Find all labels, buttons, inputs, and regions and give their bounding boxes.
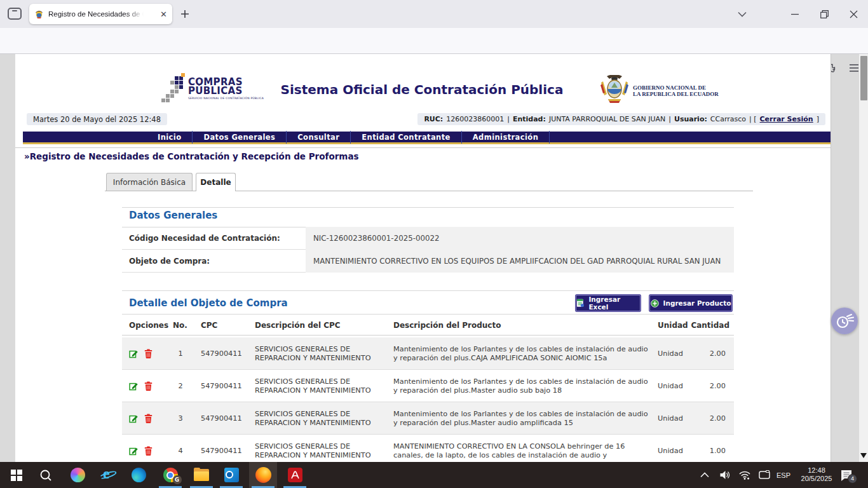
divider bbox=[15, 147, 831, 148]
nav-item-inicio[interactable]: Inicio bbox=[147, 131, 193, 144]
dg-row-objeto: Objeto de Compra: MANTENIMIENTO CORRECTI… bbox=[122, 250, 734, 273]
cell-cpc-desc: SERVICIOS GENERALES DE REPARACION Y MANT… bbox=[255, 402, 385, 435]
nav-item-entidad-contratante[interactable]: Entidad Contratante bbox=[351, 131, 462, 144]
cell-producto: MANTENIMIENTO CORRECTIVO EN LA CONSOLA b… bbox=[393, 435, 653, 462]
cell-producto: Mantenimiento de los Parlantes y de los … bbox=[393, 337, 653, 370]
usuario-label: Usuario: bbox=[674, 115, 707, 123]
dg-row-codigo: Código Necesidad de Contratación: NIC-12… bbox=[122, 227, 734, 250]
taskbar-outlook-icon[interactable] bbox=[217, 462, 245, 488]
col-no: No. bbox=[173, 321, 187, 330]
taskbar-firefox-icon[interactable] bbox=[249, 462, 277, 488]
cell-producto: Mantenimiento de los Parlantes y de los … bbox=[393, 370, 653, 402]
dg-label: Objeto de Compra: bbox=[129, 250, 210, 273]
col-unidad: Unidad bbox=[658, 321, 688, 330]
new-tab-button[interactable] bbox=[179, 8, 191, 20]
taskbar-copilot-icon[interactable] bbox=[64, 462, 92, 488]
tab-title: Registro de Necesidades de Co bbox=[48, 10, 144, 18]
delete-icon[interactable] bbox=[143, 381, 153, 391]
nav-item-administracion[interactable]: Administración bbox=[462, 131, 550, 144]
divider bbox=[122, 335, 734, 336]
taskbar-internet-explorer-icon[interactable]: e bbox=[94, 462, 122, 488]
cell-cpc: 547900411 bbox=[201, 337, 242, 370]
datos-generales-heading: Datos Generales bbox=[129, 210, 217, 221]
cell-cantidad: 2.00 bbox=[679, 370, 726, 402]
start-button[interactable] bbox=[3, 462, 31, 488]
screen: Registro de Necesidades de Co ✕ bbox=[0, 0, 868, 488]
site-title: Sistema Oficial de Contratación Pública bbox=[225, 82, 619, 97]
clock-wings-icon bbox=[835, 312, 854, 330]
tray-connect-display-icon[interactable] bbox=[759, 462, 770, 488]
scroll-down-arrow-icon[interactable] bbox=[860, 453, 867, 458]
logout-link[interactable]: Cerrar Sesión bbox=[760, 115, 813, 123]
tray-clock[interactable]: 12:48 20/5/2025 bbox=[797, 462, 836, 488]
table-row: 3 547900411 SERVICIOS GENERALES DE REPAR… bbox=[122, 402, 734, 435]
edit-icon[interactable] bbox=[128, 414, 139, 424]
edit-icon[interactable] bbox=[128, 349, 139, 359]
compras-publicas-logo-icon bbox=[160, 73, 186, 105]
main-navigation: Inicio Datos Generales Consultar Entidad… bbox=[23, 132, 831, 144]
tray-language-indicator[interactable]: ESP bbox=[776, 462, 790, 488]
cell-cpc: 547900411 bbox=[201, 435, 242, 462]
col-cpc-desc: Descripción del CPC bbox=[255, 321, 341, 330]
delete-icon[interactable] bbox=[143, 349, 153, 359]
government-text: GOBIERNO NACIONAL DE LA REPUBLICA DEL EC… bbox=[633, 85, 719, 97]
scrollbar-thumb[interactable] bbox=[860, 56, 867, 100]
edit-icon[interactable] bbox=[128, 381, 139, 391]
detalle-heading: Detalle del Objeto de Compra bbox=[129, 297, 288, 309]
tab-detalle[interactable]: Detalle bbox=[196, 173, 236, 191]
entidad-value: JUNTA PARROQUIAL DE SAN JUAN bbox=[549, 115, 665, 123]
cell-no: 1 bbox=[173, 337, 188, 370]
notification-count-badge: 4 bbox=[848, 474, 857, 484]
divider bbox=[122, 207, 734, 208]
dg-label: Código Necesidad de Contratación: bbox=[129, 227, 280, 250]
chrome-profile-badge: G bbox=[173, 475, 182, 484]
col-prod-desc: Descripción del Producto bbox=[393, 321, 501, 330]
tab-informacion-basica[interactable]: Información Básica bbox=[106, 173, 193, 191]
tab-favicon-ecuador-crest bbox=[34, 10, 44, 19]
tray-wifi-icon[interactable] bbox=[739, 462, 750, 488]
vertical-scrollbar[interactable] bbox=[859, 54, 868, 462]
delete-icon[interactable] bbox=[143, 414, 153, 424]
dg-value: MANTENIMIENTO CORRECTIVO EN LOS EQUIPOS … bbox=[306, 250, 734, 273]
tray-volume-icon[interactable] bbox=[719, 462, 731, 488]
tab-close-icon[interactable]: ✕ bbox=[160, 10, 167, 19]
ingresar-producto-button[interactable]: Ingresar Producto bbox=[649, 295, 732, 311]
edit-icon[interactable] bbox=[128, 446, 139, 456]
divider bbox=[122, 314, 734, 315]
usuario-value: CCarrasco bbox=[710, 115, 746, 123]
add-plus-icon bbox=[651, 299, 659, 308]
taskbar-file-explorer-icon[interactable] bbox=[187, 462, 215, 488]
window-restore-button[interactable] bbox=[815, 6, 833, 22]
cell-cantidad: 2.00 bbox=[679, 402, 726, 435]
taskbar-chrome-icon[interactable]: G bbox=[156, 462, 184, 488]
firefox-view-icon[interactable] bbox=[8, 8, 22, 20]
window-close-button[interactable] bbox=[844, 6, 862, 22]
ruc-value: 1260023860001 bbox=[446, 115, 504, 123]
delete-icon[interactable] bbox=[143, 446, 153, 456]
cell-cpc-desc: SERVICIOS GENERALES DE REPARACION Y MANT… bbox=[255, 337, 385, 370]
dg-value: NIC-1260023860001-2025-00022 bbox=[306, 227, 734, 250]
nav-item-consultar[interactable]: Consultar bbox=[287, 131, 351, 144]
nav-item-datos-generales[interactable]: Datos Generales bbox=[193, 131, 287, 144]
ruc-label: RUC: bbox=[424, 115, 443, 123]
browser-tab[interactable]: Registro de Necesidades de Co ✕ bbox=[29, 4, 172, 24]
table-row: 4 547900411 SERVICIOS GENERALES DE REPAR… bbox=[122, 435, 734, 462]
taskbar-edge-icon[interactable] bbox=[125, 462, 153, 488]
excel-file-icon bbox=[576, 299, 584, 308]
cell-no: 2 bbox=[173, 370, 188, 402]
floating-extension-button[interactable] bbox=[831, 308, 858, 334]
web-page: COMPRAS PÚBLICAS SERVICIO NACIONAL DE CO… bbox=[15, 54, 831, 462]
col-cantidad: Cantidad bbox=[688, 321, 729, 330]
cell-cpc: 547900411 bbox=[201, 370, 242, 402]
tray-notification-icon[interactable]: 4 bbox=[840, 462, 853, 488]
ingresar-excel-button[interactable]: Ingresar Excel bbox=[576, 295, 641, 311]
tray-chevron-up-icon[interactable] bbox=[700, 462, 709, 488]
taskbar-acrobat-icon[interactable] bbox=[281, 462, 309, 488]
table-row: 1 547900411 SERVICIOS GENERALES DE REPAR… bbox=[122, 337, 734, 370]
browser-titlebar: Registro de Necesidades de Co ✕ bbox=[0, 0, 868, 28]
cell-no: 3 bbox=[173, 402, 188, 435]
tab-list-chevron-icon[interactable] bbox=[733, 6, 751, 22]
table-header: Opciones No. CPC Descripción del CPC Des… bbox=[122, 321, 734, 331]
window-minimize-button[interactable] bbox=[786, 6, 804, 22]
taskbar-search-icon[interactable] bbox=[32, 462, 60, 488]
